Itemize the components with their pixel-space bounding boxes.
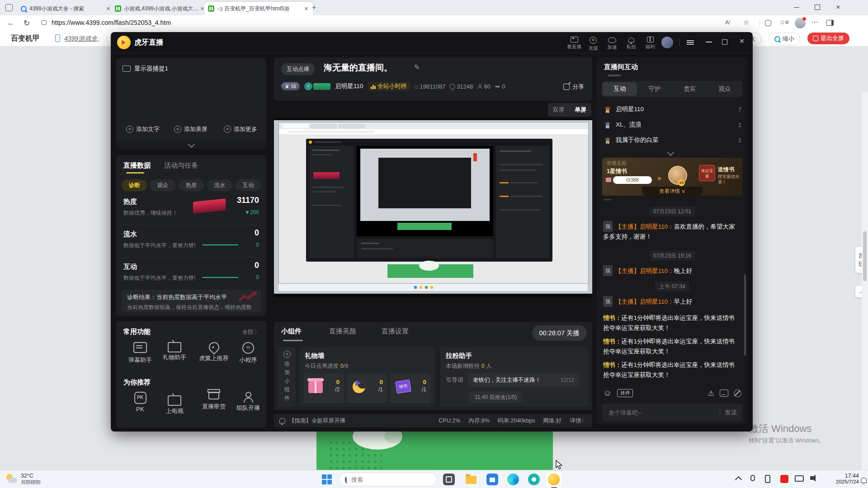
pendant-icon[interactable]: 挂件 — [617, 389, 633, 397]
exit-fullscreen-button[interactable]: 退出全屏 — [807, 33, 849, 44]
close-icon[interactable]: ✕ — [739, 38, 745, 45]
extensions-icon[interactable] — [765, 20, 771, 26]
weather-info[interactable]: 32°C 局部晴朗 — [21, 473, 41, 486]
hidden-icons-chevron[interactable] — [736, 476, 741, 484]
browser-tab-2[interactable]: 小游戏,4399小游戏,小游戏大全,双 ✕ — [111, 2, 209, 15]
nav-welfare[interactable]: 福利 — [641, 37, 660, 50]
notification-bell-icon[interactable] — [861, 478, 867, 483]
func-on-tv[interactable]: 上电视 — [160, 392, 189, 415]
pill-heat[interactable]: 热度 — [179, 179, 204, 191]
sidebar-icon[interactable] — [826, 20, 834, 26]
rank-row-2[interactable]: ♛02 XL、流浪 1 — [603, 118, 741, 131]
stream-preview[interactable] — [274, 118, 592, 297]
func-promote[interactable]: 虎翼上推荐 — [193, 342, 235, 362]
single-screen-option[interactable]: 单屏 — [570, 106, 592, 114]
profile-avatar[interactable] — [795, 18, 806, 28]
add-text-button[interactable]: +添加文字 — [126, 125, 160, 133]
tab-close-icon[interactable]: ✕ — [303, 6, 309, 12]
read-aloud-icon[interactable]: A) — [725, 19, 730, 26]
scene-source-row[interactable]: 显示器捕捉1 — [123, 65, 168, 73]
nav-boost[interactable]: 加速 — [603, 37, 622, 51]
red-app-tray-icon[interactable] — [780, 475, 788, 483]
display-icon[interactable] — [795, 475, 804, 482]
browser-tab-3-active[interactable]: ◁) 百变机甲_百变机甲html5游 ✕ — [204, 2, 313, 15]
stream-tag[interactable]: 互动点播 — [281, 63, 315, 75]
taskbar-clock[interactable]: 17:44 2025/7/24 — [826, 473, 859, 484]
chat-tab-audience[interactable]: 观众 — [708, 82, 742, 96]
minimize-icon[interactable] — [706, 42, 712, 42]
speaker-icon[interactable] — [810, 476, 816, 480]
store-icon[interactable] — [486, 474, 498, 485]
huya-app-icon[interactable] — [548, 474, 560, 485]
gift-tile-1[interactable]: 0/2 — [304, 373, 344, 403]
add-widget-strip[interactable]: + 添加小组件 — [278, 347, 296, 407]
page-scrollbar-track[interactable] — [862, 92, 868, 488]
danmu-input[interactable] — [608, 409, 715, 417]
func-team-stream[interactable]: 组队开播 — [235, 392, 262, 412]
tab-activity[interactable]: 活动与任务 — [164, 161, 198, 170]
new-tab-button[interactable]: + — [312, 4, 316, 12]
lock-icon[interactable] — [42, 20, 47, 25]
meeting-app-icon[interactable] — [528, 474, 540, 485]
favorites-bar-icon[interactable]: ☆≡ — [779, 19, 789, 26]
rank-row-3[interactable]: ♛03 我属于你的白菜 1 — [603, 133, 741, 147]
rank-row-1[interactable]: ♛01 启明星110 7 — [603, 103, 741, 116]
microphone-icon[interactable] — [750, 475, 755, 481]
chat-tab-guard[interactable]: 守护 — [637, 82, 672, 96]
chat-tab-vip[interactable]: 贵宾 — [672, 82, 707, 96]
favorite-star-icon[interactable]: ☆ — [743, 19, 749, 27]
weather-icon[interactable] — [5, 473, 18, 486]
taskbar-search[interactable] — [339, 473, 437, 486]
window-minimize-button[interactable]: — — [787, 0, 807, 14]
all-functions-link[interactable]: 全部〉 — [242, 328, 260, 336]
nav-recharge[interactable]: ¥充值 — [584, 37, 603, 52]
push-countdown-button[interactable]: 11:40 后推送(1/5) — [468, 391, 523, 403]
gamebox-link[interactable]: 4399游戏盒, — [64, 35, 99, 43]
search-input[interactable] — [350, 476, 432, 483]
back-icon[interactable]: ← — [7, 19, 15, 28]
tab-settings[interactable]: 直播设置 — [382, 327, 409, 336]
nav-watch-live[interactable]: 看直播 — [565, 37, 584, 50]
edit-title-icon[interactable]: ✎ — [414, 63, 420, 71]
tab-beauty[interactable]: 直播美颜 — [329, 327, 356, 336]
func-miniprogram[interactable]: ∞小程序 — [235, 342, 262, 364]
func-ecommerce[interactable]: 直播带货 — [193, 392, 235, 411]
pill-audience[interactable]: 观众 — [150, 179, 175, 191]
window-close-button[interactable]: ✕ — [828, 0, 848, 14]
banner-detail-button[interactable]: 查看详情 ∨ — [642, 187, 703, 196]
phone-link-icon[interactable] — [765, 475, 770, 483]
mute-icon[interactable] — [734, 389, 741, 397]
report-warning-icon[interactable]: ⚠ — [708, 389, 714, 398]
chat-scrollbar-thumb[interactable] — [744, 274, 746, 356]
file-explorer-icon[interactable] — [466, 474, 476, 484]
func-danmu-helper[interactable]: 弹幕助手 — [125, 342, 155, 364]
nav-messages[interactable]: 私信 — [622, 37, 641, 50]
love-letter-banner[interactable]: 荣耀圣殿 1星情书 0/388 » x3 幸运宝座 送情书 挖宝座得大奖！ 查看… — [602, 158, 742, 196]
tab-close-icon[interactable]: ✕ — [105, 6, 111, 12]
chat-panel-icon[interactable] — [720, 389, 728, 397]
hour-rank-link[interactable]: 全站小时榜 — [368, 82, 410, 91]
dual-screen-option[interactable]: 双屏 — [548, 106, 570, 114]
zoom-out-button[interactable]: 缩小 — [769, 33, 800, 45]
start-button[interactable] — [322, 474, 332, 484]
stream-timer-button[interactable]: 00:28:07 关播 — [532, 325, 587, 341]
guide-text-input[interactable]: 老铁们，关注主播不迷路！ 12/12 — [468, 373, 579, 387]
chat-tab-interact[interactable]: 互动 — [602, 82, 637, 96]
send-button[interactable]: 发送 — [725, 408, 737, 417]
rank-expand-chevron[interactable] — [668, 149, 673, 157]
menu-icon[interactable] — [687, 39, 694, 46]
tab-workspaces-icon[interactable] — [5, 4, 13, 11]
refresh-icon[interactable]: ↻ — [24, 19, 30, 28]
func-pk[interactable]: PKPK — [125, 392, 155, 413]
address-bar[interactable]: https://www.4399.com/flash/252053_4.htm — [52, 19, 171, 26]
status-detail-link[interactable]: 详情〉 — [570, 417, 587, 425]
add-more-button[interactable]: +添加更多 — [224, 125, 257, 133]
scene-collapse-bar[interactable] — [116, 141, 266, 149]
edge-icon[interactable] — [507, 474, 519, 485]
tab-widgets[interactable]: 小组件 — [281, 327, 302, 336]
emoji-icon[interactable]: ☺ — [603, 388, 612, 398]
share-button[interactable]: 分享 — [563, 83, 584, 91]
browser-tab-1[interactable]: 4399小游戏大全 - 搜索 ✕ — [17, 2, 115, 15]
pill-revenue[interactable]: 流水 — [207, 179, 232, 191]
taskview-icon[interactable] — [443, 474, 455, 485]
